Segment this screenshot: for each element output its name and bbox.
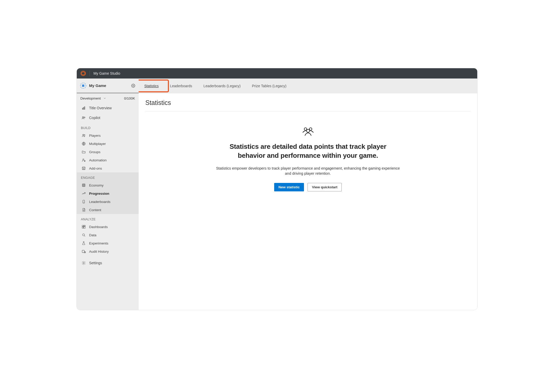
sidebar-item-label: Leaderboards <box>89 200 110 204</box>
svg-point-29 <box>304 128 307 130</box>
svg-point-4 <box>133 85 134 86</box>
players-icon <box>81 133 86 138</box>
svg-point-11 <box>84 134 85 135</box>
environment-selector[interactable]: Development <box>80 96 107 101</box>
environment-row: Development 0/100K <box>77 93 139 103</box>
sidebar-item-label: Data <box>89 233 97 237</box>
store-icon <box>81 166 86 171</box>
svg-rect-26 <box>82 250 84 252</box>
tab-label: Leaderboards (Legacy) <box>203 84 241 88</box>
tab-leaderboards-legacy-[interactable]: Leaderboards (Legacy) <box>198 79 246 93</box>
page: Statistics Statistics are detailed data … <box>139 93 477 310</box>
sidebar-item-label: Settings <box>89 261 102 265</box>
chevron-down-icon <box>102 96 107 101</box>
svg-point-30 <box>309 128 312 130</box>
svg-point-8 <box>82 116 84 118</box>
sidebar-item-label: Automation <box>89 158 107 162</box>
game-icon <box>80 82 87 89</box>
sidebar-item-add-ons[interactable]: Add-ons <box>77 164 139 172</box>
gear-icon <box>81 261 86 265</box>
view-quickstart-button[interactable]: View quickstart <box>308 183 342 191</box>
dashboard-icon <box>81 224 86 229</box>
sidebar-item-economy[interactable]: Economy <box>77 181 139 189</box>
search-icon <box>81 233 86 237</box>
sidebar-item-players[interactable]: Players <box>77 131 139 140</box>
svg-rect-3 <box>82 84 84 87</box>
sidebar-item-leaderboards[interactable]: Leaderboards <box>77 198 139 206</box>
app-logo-icon[interactable] <box>80 71 86 76</box>
flask-icon <box>81 241 86 246</box>
tab-statistics[interactable]: Statistics <box>139 79 164 93</box>
game-name[interactable]: My Game <box>89 83 128 88</box>
game-header: My Game <box>77 79 139 93</box>
tab-label: Leaderboards <box>170 84 192 88</box>
svg-rect-6 <box>83 107 84 109</box>
sidebar-item-label: Players <box>89 134 101 138</box>
sidebar-item-experiments[interactable]: Experiments <box>77 239 139 247</box>
globe-icon <box>81 141 86 146</box>
tab-leaderboards[interactable]: Leaderboards <box>164 79 198 93</box>
sidebar-item-title-overview[interactable]: Title Overview <box>77 103 139 113</box>
sidebar-section-build: BUILDPlayersMultiplayerGroupsAutomationA… <box>77 123 139 172</box>
sidebar-section-analyze: ANALYZEDashboardsDataExperimentsAudit Hi… <box>77 214 139 256</box>
sidebar-item-settings[interactable]: Settings <box>77 258 139 268</box>
copilot-icon <box>81 115 86 120</box>
sidebar-top-items: Title OverviewCopilot <box>77 103 139 123</box>
section-label: BUILD <box>77 123 139 131</box>
sidebar-item-content[interactable]: Content <box>77 206 139 214</box>
sidebar-item-label: Progression <box>89 192 109 195</box>
sidebar-item-dashboards[interactable]: Dashboards <box>77 223 139 231</box>
gear-icon[interactable] <box>131 83 136 88</box>
studio-name[interactable]: My Game Studio <box>93 71 120 75</box>
person-gear-icon <box>81 158 86 162</box>
sidebar-item-label: Copilot <box>89 116 100 120</box>
document-icon <box>81 208 86 212</box>
svg-point-13 <box>83 159 84 160</box>
sidebar-item-progression[interactable]: Progression <box>77 189 139 198</box>
sidebar: My Game Development 0/100K Title Overvie… <box>77 79 139 310</box>
new-statistic-button[interactable]: New statistic <box>274 183 304 191</box>
topbar-divider <box>90 71 90 76</box>
svg-rect-20 <box>82 225 83 227</box>
chart-bar-icon <box>81 106 86 110</box>
svg-point-28 <box>83 262 84 263</box>
history-icon <box>81 249 86 254</box>
page-title: Statistics <box>145 99 471 111</box>
svg-rect-5 <box>82 108 83 109</box>
sidebar-item-automation[interactable]: Automation <box>77 156 139 164</box>
app-body: My Game Development 0/100K Title Overvie… <box>77 79 477 310</box>
trend-up-icon <box>81 191 86 196</box>
sidebar-item-data[interactable]: Data <box>77 231 139 239</box>
sidebar-footer: Settings <box>77 258 139 268</box>
environment-label: Development <box>80 96 101 100</box>
device-icon <box>81 199 86 204</box>
tab-label: Prize Tables (Legacy) <box>252 84 286 88</box>
sidebar-item-label: Audit History <box>89 250 109 253</box>
section-label: ANALYZE <box>77 214 139 223</box>
empty-subtext: Statistics empower developers to track p… <box>216 166 400 176</box>
sidebar-item-groups[interactable]: Groups <box>77 148 139 156</box>
tab-prize-tables-legacy-[interactable]: Prize Tables (Legacy) <box>246 79 292 93</box>
empty-actions: New statistic View quickstart <box>274 183 342 191</box>
sidebar-item-label: Content <box>89 208 101 212</box>
sidebar-sections: BUILDPlayersMultiplayerGroupsAutomationA… <box>77 123 139 256</box>
sidebar-item-audit-history[interactable]: Audit History <box>77 247 139 256</box>
empty-heading: Statistics are detailed data points that… <box>216 142 400 160</box>
svg-point-31 <box>307 129 310 132</box>
svg-line-25 <box>84 236 85 236</box>
people-icon <box>302 127 314 136</box>
tabbar: StatisticsLeaderboardsLeaderboards (Lega… <box>139 79 477 93</box>
folder-icon <box>81 150 86 154</box>
main: StatisticsLeaderboardsLeaderboards (Lega… <box>139 79 477 310</box>
sidebar-item-label: Title Overview <box>89 106 112 110</box>
sidebar-item-label: Groups <box>89 150 100 154</box>
svg-rect-22 <box>84 227 85 228</box>
svg-marker-1 <box>82 72 85 75</box>
usage-counter: 0/100K <box>124 96 135 100</box>
economy-icon <box>81 183 86 188</box>
app-window: My Game Studio My Game Development <box>77 68 477 310</box>
empty-state: Statistics are detailed data points that… <box>145 127 471 191</box>
sidebar-item-label: Economy <box>89 183 103 187</box>
sidebar-item-multiplayer[interactable]: Multiplayer <box>77 140 139 148</box>
sidebar-item-copilot[interactable]: Copilot <box>77 113 139 123</box>
